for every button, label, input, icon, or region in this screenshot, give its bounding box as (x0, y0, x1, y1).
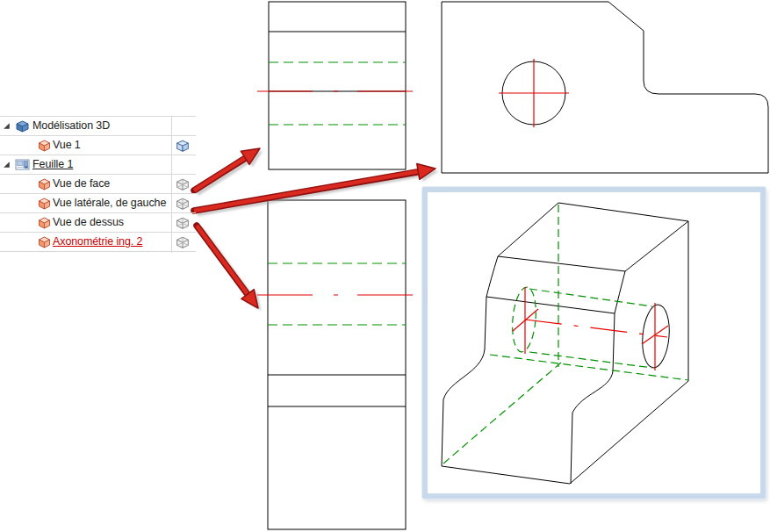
view-cube-orange-icon (37, 215, 52, 230)
model-tree: Modélisation 3D Vue 1 Feuille 1 Vue de f… (0, 116, 196, 252)
cube-wireframe-icon[interactable] (175, 196, 191, 212)
front-view-drawing[interactable] (257, 2, 413, 169)
arrow-to-front-view (194, 148, 263, 193)
view-cube-orange-icon (37, 196, 52, 211)
cube-wireframe-icon[interactable] (175, 176, 191, 192)
tree-row-label: Vue latérale, de gauche (53, 194, 166, 212)
hole-circle (502, 61, 565, 125)
tree-row-vue-1[interactable]: Vue 1 (0, 136, 196, 155)
tree-row-feuille-1[interactable]: Feuille 1 (0, 155, 196, 175)
tree-row-label: Feuille 1 (32, 155, 73, 174)
tree-row-label: Vue 1 (53, 136, 81, 155)
expander-icon[interactable] (2, 121, 11, 131)
tree-row-vue-laterale[interactable]: Vue latérale, de gauche (0, 194, 196, 213)
tree-row-label: Axonométrie ing. 2 (53, 233, 142, 251)
cube-wireframe-icon[interactable] (175, 234, 191, 250)
expander-icon[interactable] (2, 160, 11, 169)
cube-wireframe-icon[interactable] (175, 215, 191, 231)
tree-column-divider (171, 116, 172, 253)
tree-row-modelisation-3d[interactable]: Modélisation 3D (0, 116, 196, 136)
top-view-drawing[interactable] (257, 200, 413, 529)
arrow-to-side-view (194, 164, 439, 213)
sheet-icon (15, 157, 30, 172)
tree-row-axonometrie[interactable]: Axonométrie ing. 2 (0, 233, 196, 252)
tree-row-vue-de-dessus[interactable]: Vue de dessus (0, 213, 196, 233)
selected-view-frame[interactable] (422, 187, 766, 499)
view-cube-orange-icon (37, 176, 52, 191)
view-cube-orange-icon (37, 138, 52, 153)
tree-row-vue-de-face[interactable]: Vue de face (0, 175, 196, 194)
cube-blue-glass-icon[interactable] (175, 138, 191, 154)
tree-row-label: Vue de dessus (53, 213, 124, 232)
side-view-drawing[interactable] (442, 2, 768, 173)
view-cube-orange-icon (37, 234, 52, 249)
tree-row-label: Modélisation 3D (32, 117, 110, 135)
arrow-to-top-view (197, 226, 262, 311)
tree-row-label: Vue de face (53, 175, 110, 193)
cube-3d-blue-icon (15, 119, 30, 133)
